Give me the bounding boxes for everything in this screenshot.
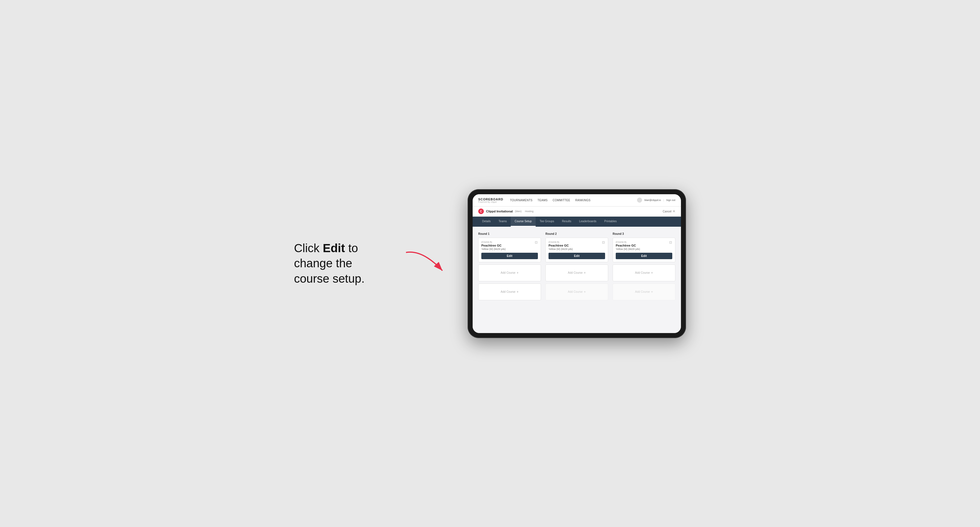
tournament-gender: (Men): [515, 210, 522, 213]
brand-title: SCOREBOARD: [478, 198, 503, 201]
plus-icon: +: [517, 290, 519, 294]
nav-tournaments[interactable]: TOURNAMENTS: [510, 198, 532, 202]
round-2-edit-button[interactable]: Edit: [549, 253, 605, 259]
tab-tee-groups[interactable]: Tee Groups: [536, 217, 558, 227]
tab-course-setup[interactable]: Course Setup: [511, 217, 536, 227]
plus-icon: +: [584, 290, 586, 294]
plus-icon: +: [517, 271, 519, 275]
course-name: Peachtree GC: [549, 244, 605, 247]
close-icon: ✕: [673, 210, 675, 213]
annotation-text: Click Edit tochange thecourse setup.: [294, 241, 383, 287]
brand: SCOREBOARD Powered by clippd: [478, 198, 503, 203]
tournament-name: Clippd Invitational: [486, 210, 513, 213]
course-name: Peachtree GC: [481, 244, 538, 247]
cancel-label: Cancel: [663, 210, 671, 213]
tab-details[interactable]: Details: [478, 217, 495, 227]
nav-user: blair@clippd.io | Sign out: [637, 198, 675, 203]
add-course-label: Add Course: [635, 271, 650, 274]
course-tag: (Course A): [481, 241, 538, 243]
add-course-label: Add Course: [568, 290, 583, 293]
round-2-label: Round 2: [546, 232, 608, 235]
course-details: Yellow (M) (6629 yds): [616, 248, 672, 251]
delete-icon[interactable]: ⊡: [534, 240, 538, 244]
round-2-add-course-1[interactable]: Add Course +: [546, 265, 608, 281]
round-2-add-course-2: Add Course +: [546, 284, 608, 300]
round-3-label: Round 3: [612, 232, 675, 235]
plus-icon: +: [651, 290, 653, 294]
course-details: Yellow (M) (6629 yds): [481, 248, 538, 251]
round-1-add-course-2[interactable]: Add Course +: [478, 284, 541, 300]
round-1-course-card: ⊡ (Course A) Peachtree GC Yellow (M) (66…: [478, 238, 541, 262]
round-3-column: Round 3 ⊡ (Course A) Peachtree GC Yellow…: [612, 232, 675, 303]
add-course-label: Add Course: [635, 290, 650, 293]
brand-subtitle: Powered by clippd: [478, 201, 503, 203]
course-tag: (Course A): [616, 241, 672, 243]
round-1-label: Round 1: [478, 232, 541, 235]
plus-icon: +: [651, 271, 653, 275]
plus-icon: +: [584, 271, 586, 275]
round-3-add-course-2: Add Course +: [612, 284, 675, 300]
arrow-icon: [400, 247, 451, 281]
nav-rankings[interactable]: RANKINGS: [575, 198, 590, 202]
arrow-container: [400, 247, 451, 281]
nav-committee[interactable]: COMMITTEE: [553, 198, 570, 202]
round-2-course-card: ⊡ (Course A) Peachtree GC Yellow (M) (66…: [546, 238, 608, 262]
round-3-add-course-1[interactable]: Add Course +: [612, 265, 675, 281]
delete-icon[interactable]: ⊡: [668, 240, 673, 244]
nav-pipe: |: [663, 199, 664, 202]
sub-header-left: C Clippd Invitational (Men) Hosting: [478, 208, 533, 214]
round-3-edit-button[interactable]: Edit: [616, 253, 672, 259]
round-1-edit-button[interactable]: Edit: [481, 253, 538, 259]
round-1-column: Round 1 ⊡ (Course A) Peachtree GC Yellow…: [478, 232, 541, 303]
tab-leaderboards[interactable]: Leaderboards: [575, 217, 600, 227]
rounds-grid: Round 1 ⊡ (Course A) Peachtree GC Yellow…: [478, 232, 675, 303]
add-course-label: Add Course: [568, 271, 583, 274]
page-wrapper: Click Edit tochange thecourse setup. SCO…: [294, 189, 686, 338]
add-course-label: Add Course: [501, 290, 515, 293]
tablet-shell: SCOREBOARD Powered by clippd TOURNAMENTS…: [468, 189, 686, 338]
round-3-course-card: ⊡ (Course A) Peachtree GC Yellow (M) (66…: [612, 238, 675, 262]
sub-header: C Clippd Invitational (Men) Hosting Canc…: [473, 206, 681, 217]
logo-icon: C: [478, 208, 484, 214]
app-nav: SCOREBOARD Powered by clippd TOURNAMENTS…: [473, 194, 681, 206]
nav-teams[interactable]: TEAMS: [538, 198, 548, 202]
course-name: Peachtree GC: [616, 244, 672, 247]
nav-links: TOURNAMENTS TEAMS COMMITTEE RANKINGS: [510, 198, 637, 202]
tab-results[interactable]: Results: [558, 217, 575, 227]
delete-icon[interactable]: ⊡: [601, 240, 606, 244]
tabs-bar: Details Teams Course Setup Tee Groups Re…: [473, 217, 681, 227]
course-tag: (Course A): [549, 241, 605, 243]
nav-email: blair@clippd.io: [644, 199, 661, 202]
hosting-badge: Hosting: [525, 210, 534, 213]
nav-avatar: [637, 198, 642, 203]
tablet-screen: SCOREBOARD Powered by clippd TOURNAMENTS…: [473, 194, 681, 333]
tab-teams[interactable]: Teams: [495, 217, 511, 227]
add-course-label: Add Course: [501, 271, 515, 274]
main-content: Round 1 ⊡ (Course A) Peachtree GC Yellow…: [473, 227, 681, 333]
nav-signout[interactable]: Sign out: [666, 199, 675, 202]
round-1-add-course-1[interactable]: Add Course +: [478, 265, 541, 281]
tab-printables[interactable]: Printables: [600, 217, 620, 227]
round-2-column: Round 2 ⊡ (Course A) Peachtree GC Yellow…: [546, 232, 608, 303]
course-details: Yellow (M) (6629 yds): [549, 248, 605, 251]
cancel-button[interactable]: Cancel ✕: [663, 210, 675, 213]
